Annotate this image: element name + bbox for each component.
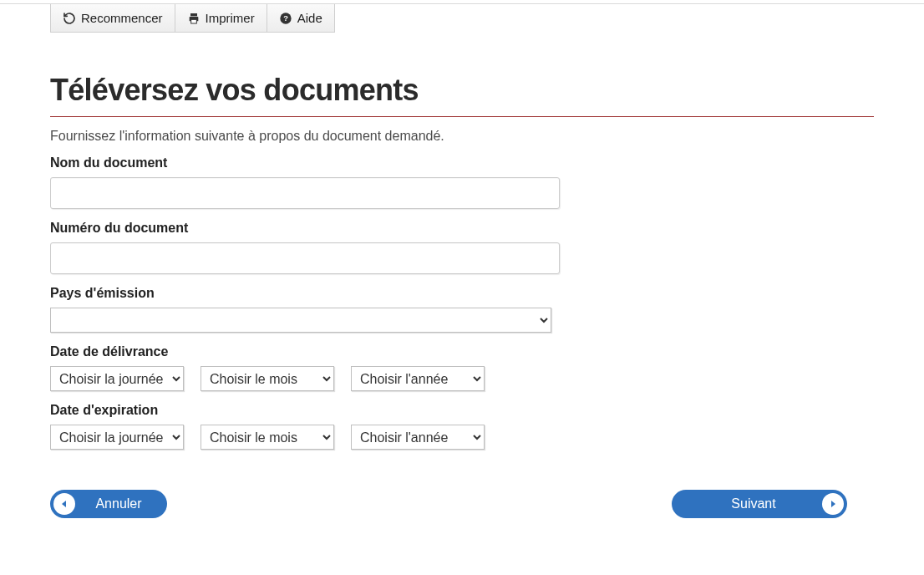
page-title: Téléversez vos documents: [50, 73, 874, 108]
doc-name-input[interactable]: [50, 177, 560, 209]
title-rule: [50, 116, 874, 117]
cancel-button[interactable]: Annuler: [50, 490, 167, 518]
expiry-month-select[interactable]: Choisir le mois: [201, 425, 334, 450]
toolbar: Recommencer Imprimer ? Aide: [50, 4, 335, 33]
next-button-label: Suivant: [672, 496, 819, 511]
help-button[interactable]: ? Aide: [267, 4, 334, 32]
toolbar-print-label: Imprimer: [206, 11, 255, 25]
svg-rect-2: [190, 19, 196, 23]
issue-date-row: Choisir la journée Choisir le mois Chois…: [50, 366, 874, 391]
actions-row: Annuler Suivant: [50, 490, 847, 518]
issue-month-select[interactable]: Choisir le mois: [201, 366, 334, 391]
expiry-day-select[interactable]: Choisir la journée: [50, 425, 184, 450]
issue-year-select[interactable]: Choisir l'année: [351, 366, 485, 391]
arrow-left-icon: [53, 493, 75, 515]
svg-marker-6: [831, 501, 835, 507]
svg-text:?: ?: [283, 14, 288, 23]
print-icon: [187, 12, 201, 25]
expiry-date-label: Date d'expiration: [50, 403, 874, 418]
doc-number-label: Numéro du document: [50, 221, 874, 236]
print-button[interactable]: Imprimer: [175, 4, 267, 32]
cancel-button-label: Annuler: [79, 496, 167, 511]
issue-date-label: Date de délivrance: [50, 344, 874, 359]
next-button[interactable]: Suivant: [672, 490, 847, 518]
issue-day-select[interactable]: Choisir la journée: [50, 366, 184, 391]
svg-marker-5: [62, 501, 66, 507]
svg-rect-0: [190, 13, 197, 16]
country-select[interactable]: [50, 308, 551, 333]
country-label: Pays d'émission: [50, 286, 874, 301]
expiry-date-row: Choisir la journée Choisir le mois Chois…: [50, 425, 874, 450]
doc-number-input[interactable]: [50, 242, 560, 274]
help-icon: ?: [279, 12, 292, 25]
refresh-icon: [63, 12, 76, 25]
toolbar-help-label: Aide: [297, 11, 322, 25]
toolbar-restart-label: Recommencer: [81, 11, 163, 25]
arrow-right-icon: [822, 493, 844, 515]
page-lead: Fournissez l'information suivante à prop…: [50, 129, 874, 144]
expiry-year-select[interactable]: Choisir l'année: [351, 425, 485, 450]
restart-button[interactable]: Recommencer: [51, 4, 175, 32]
doc-name-label: Nom du document: [50, 155, 874, 170]
